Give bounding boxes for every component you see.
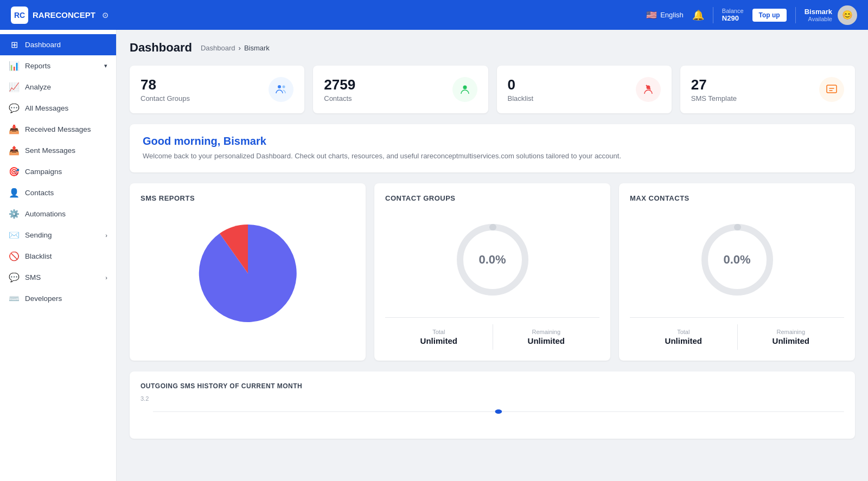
developers-icon: ⌨️ bbox=[9, 293, 20, 304]
sms-reports-title: SMS REPORTS bbox=[141, 194, 355, 202]
home-icon: ⊞ bbox=[9, 40, 20, 50]
sidebar-item-developers[interactable]: ⌨️ Developers bbox=[0, 288, 116, 309]
outgoing-chart-svg bbox=[153, 395, 844, 428]
sidebar: ⊞ Dashboard 📊 Reports ▾ 📈 Analyze 💬 All … bbox=[0, 30, 117, 481]
received-messages-icon: 📥 bbox=[9, 124, 20, 134]
stat-number-contacts: 2759 bbox=[324, 76, 355, 93]
main-layout: ⊞ Dashboard 📊 Reports ▾ 📈 Analyze 💬 All … bbox=[0, 30, 868, 481]
sending-icon: ✉️ bbox=[9, 230, 20, 240]
sidebar-item-label: Automations bbox=[25, 210, 107, 218]
topup-button[interactable]: Top up bbox=[752, 9, 787, 22]
svg-rect-5 bbox=[827, 85, 837, 93]
contact-groups-remaining: Remaining Unlimited bbox=[493, 324, 600, 350]
contact-groups-stats: Total Unlimited Remaining Unlimited bbox=[385, 317, 599, 350]
sidebar-item-campaigns[interactable]: 🎯 Campaigns bbox=[0, 161, 116, 182]
remaining-label-mc: Remaining bbox=[742, 329, 840, 335]
logo: RC RARECONCEPT ⊙ bbox=[11, 7, 125, 24]
sidebar-item-label: All Messages bbox=[25, 104, 107, 112]
sidebar-item-reports[interactable]: 📊 Reports ▾ bbox=[0, 55, 116, 76]
pie-chart-container bbox=[141, 211, 355, 336]
sidebar-item-sending[interactable]: ✉️ Sending › bbox=[0, 225, 116, 246]
max-contacts-total: Total Unlimited bbox=[630, 324, 737, 350]
stat-info-contacts: 2759 Contacts bbox=[324, 76, 355, 102]
remaining-value: Unlimited bbox=[497, 336, 596, 345]
user-avatar[interactable]: 😊 bbox=[838, 5, 857, 25]
max-contacts-stats: Total Unlimited Remaining Unlimited bbox=[630, 317, 844, 350]
contacts-icon: 👤 bbox=[9, 188, 20, 198]
sidebar-item-label: Blacklist bbox=[25, 252, 107, 260]
sidebar-item-label: Dashboard bbox=[25, 41, 107, 49]
sidebar-item-analyze[interactable]: 📈 Analyze bbox=[0, 76, 116, 98]
stat-number-sms-template: 27 bbox=[691, 76, 737, 93]
welcome-title: Good morning, Bismark bbox=[143, 135, 842, 147]
balance-amount: N290 bbox=[722, 14, 739, 22]
campaigns-icon: 🎯 bbox=[9, 166, 20, 177]
outgoing-title: OUTGOING SMS HISTORY OF CURRENT MONTH bbox=[141, 382, 844, 390]
sidebar-item-contacts[interactable]: 👤 Contacts bbox=[0, 182, 116, 203]
contacts-stat-icon bbox=[452, 77, 477, 102]
sidebar-item-received-messages[interactable]: 📥 Received Messages bbox=[0, 119, 116, 140]
stat-label-blacklist: Blacklist bbox=[508, 94, 534, 102]
chevron-down-icon: ▾ bbox=[104, 62, 107, 69]
contact-groups-total: Total Unlimited bbox=[385, 324, 493, 350]
main-content: Dashboard Dashboard › Bismark 78 Contact… bbox=[117, 30, 868, 481]
chart-y-label: 3.2 bbox=[141, 395, 149, 402]
notification-bell-icon[interactable]: 🔔 bbox=[692, 9, 704, 21]
user-name: Bismark bbox=[805, 8, 832, 16]
breadcrumb-parent[interactable]: Dashboard bbox=[201, 44, 235, 52]
settings-icon[interactable]: ⊙ bbox=[102, 11, 108, 20]
welcome-section: Good morning, Bismark Welcome back to yo… bbox=[130, 124, 855, 172]
stat-card-contacts: 2759 Contacts bbox=[313, 66, 488, 113]
sidebar-item-dashboard[interactable]: ⊞ Dashboard bbox=[0, 34, 116, 55]
header: RC RARECONCEPT ⊙ 🇺🇸 English 🔔 Balance N2… bbox=[0, 0, 868, 30]
sms-icon: 💬 bbox=[9, 272, 20, 283]
sent-messages-icon: 📤 bbox=[9, 145, 20, 156]
stat-number: 78 bbox=[141, 76, 190, 93]
language-selector[interactable]: 🇺🇸 English bbox=[646, 10, 684, 20]
sidebar-item-sent-messages[interactable]: 📤 Sent Messages bbox=[0, 140, 116, 161]
contact-groups-card: Contact Groups 0.0% Total Unlimited bbox=[374, 183, 610, 361]
logo-text: RARECONCEPT bbox=[33, 10, 95, 20]
breadcrumb-separator: › bbox=[239, 44, 241, 52]
sidebar-item-label: Sending bbox=[25, 231, 100, 239]
stat-label: Contact Groups bbox=[141, 94, 190, 102]
stat-info: 78 Contact Groups bbox=[141, 76, 190, 102]
total-label: Total bbox=[390, 329, 488, 335]
header-divider bbox=[713, 7, 713, 23]
welcome-text: Welcome back to your personalized Dashbo… bbox=[143, 151, 842, 162]
flag-icon: 🇺🇸 bbox=[646, 10, 657, 20]
stat-card-blacklist: 0 Blacklist bbox=[497, 66, 672, 113]
blacklist-stat-icon bbox=[636, 77, 661, 102]
remaining-value-mc: Unlimited bbox=[742, 336, 840, 345]
breadcrumb: Dashboard › Bismark bbox=[201, 44, 270, 52]
stats-row: 78 Contact Groups 2759 Contacts bbox=[130, 66, 855, 113]
sidebar-item-blacklist[interactable]: 🚫 Blacklist bbox=[0, 246, 116, 267]
total-label-mc: Total bbox=[634, 329, 733, 335]
svg-point-11 bbox=[495, 409, 502, 414]
user-section: Bismark Available 😊 bbox=[805, 5, 857, 25]
stat-label-sms-template: SMS Template bbox=[691, 94, 737, 102]
stat-info-blacklist: 0 Blacklist bbox=[508, 76, 534, 102]
header-right: 🇺🇸 English 🔔 Balance N290 Top up Bismark… bbox=[646, 5, 857, 25]
user-status: Available bbox=[805, 16, 832, 22]
total-value-mc: Unlimited bbox=[634, 336, 733, 345]
sidebar-item-label: SMS bbox=[25, 273, 100, 281]
svg-point-0 bbox=[278, 85, 281, 88]
balance-section: Balance N290 bbox=[722, 8, 744, 22]
sidebar-item-label: Received Messages bbox=[25, 125, 107, 133]
sms-template-stat-icon bbox=[819, 77, 844, 102]
all-messages-icon: 💬 bbox=[9, 103, 20, 113]
max-contacts-percentage: 0.0% bbox=[723, 253, 750, 267]
stat-number-blacklist: 0 bbox=[508, 76, 534, 93]
outgoing-sms-section: OUTGOING SMS HISTORY OF CURRENT MONTH 3.… bbox=[130, 371, 855, 439]
pie-chart bbox=[194, 219, 302, 328]
sidebar-item-all-messages[interactable]: 💬 All Messages bbox=[0, 98, 116, 119]
sidebar-item-label: Analyze bbox=[25, 83, 107, 91]
analyze-icon: 📈 bbox=[9, 82, 20, 92]
sidebar-item-automations[interactable]: ⚙️ Automations bbox=[0, 203, 116, 225]
sms-reports-card: SMS REPORTS bbox=[130, 183, 366, 361]
sidebar-item-sms[interactable]: 💬 SMS › bbox=[0, 267, 116, 288]
max-contacts-donut-wrapper: 0.0% bbox=[694, 216, 781, 303]
stat-card-sms-template: 27 SMS Template bbox=[680, 66, 855, 113]
sidebar-item-label: Reports bbox=[25, 62, 99, 70]
